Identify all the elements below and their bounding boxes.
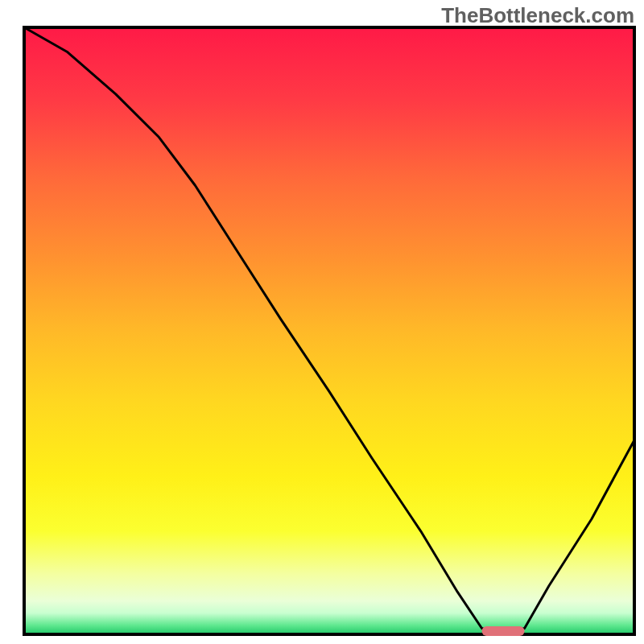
plot-background	[24, 27, 634, 634]
bottleneck-chart	[0, 0, 644, 644]
chart-container: TheBottleneck.com	[0, 0, 644, 644]
optimal-marker	[482, 626, 525, 636]
watermark-text: TheBottleneck.com	[441, 3, 634, 28]
